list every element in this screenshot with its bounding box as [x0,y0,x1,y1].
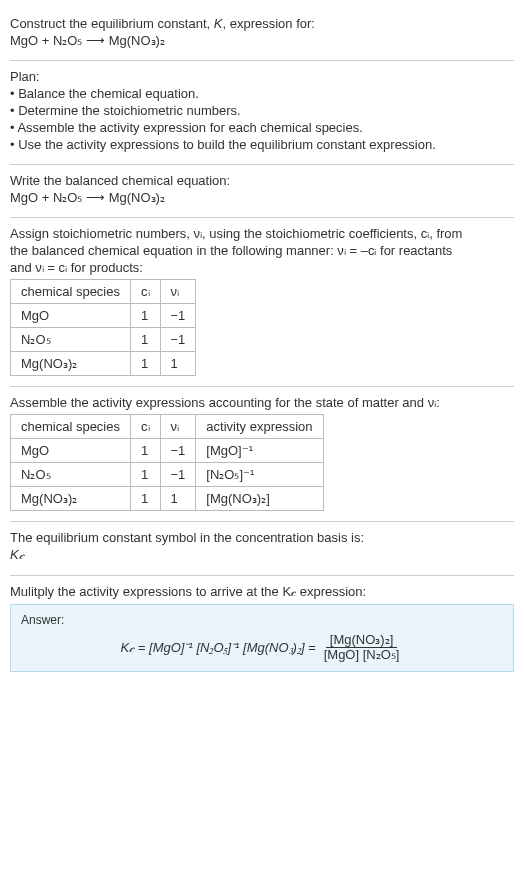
cell-species: N₂O₅ [11,463,131,487]
multiply-intro: Mulitply the activity expressions to arr… [10,584,514,600]
stoich-intro-2: the balanced chemical equation in the fo… [10,243,514,258]
cell-species: Mg(NO₃)₂ [11,352,131,376]
symbol-intro: The equilibrium constant symbol in the c… [10,530,514,545]
cell-vi: −1 [160,439,196,463]
activity-section: Assemble the activity expressions accoun… [10,387,514,522]
table-header-row: chemical species cᵢ νᵢ [11,280,196,304]
table-row: Mg(NO₃)₂ 1 1 [11,352,196,376]
cell-vi: 1 [160,352,196,376]
answer-fraction: [Mg(NO₃)₂] [MgO] [N₂O₅] [320,633,404,663]
cell-expr: [MgO]⁻¹ [196,439,323,463]
balanced-section: Write the balanced chemical equation: Mg… [10,165,514,218]
cell-ci: 1 [131,328,161,352]
prompt-section: Construct the equilibrium constant, K, e… [10,8,514,61]
table-row: MgO 1 −1 [MgO]⁻¹ [11,439,324,463]
multiply-section: Mulitply the activity expressions to arr… [10,576,514,682]
col-vi: νᵢ [160,415,196,439]
cell-species: N₂O₅ [11,328,131,352]
plan-item-0: • Balance the chemical equation. [10,86,514,101]
cell-ci: 1 [131,352,161,376]
stoich-table: chemical species cᵢ νᵢ MgO 1 −1 N₂O₅ 1 −… [10,279,196,376]
prompt-equation: MgO + N₂O₅ ⟶ Mg(NO₃)₂ [10,33,514,48]
col-vi: νᵢ [160,280,196,304]
cell-vi: −1 [160,304,196,328]
plan-item-1: • Determine the stoichiometric numbers. [10,103,514,118]
symbol-value: K𝒸 [10,547,514,563]
cell-species: Mg(NO₃)₂ [11,487,131,511]
activity-intro: Assemble the activity expressions accoun… [10,395,514,410]
cell-vi: −1 [160,463,196,487]
plan-heading: Plan: [10,69,514,84]
stoich-section: Assign stoichiometric numbers, νᵢ, using… [10,218,514,387]
activity-table: chemical species cᵢ νᵢ activity expressi… [10,414,324,511]
table-header-row: chemical species cᵢ νᵢ activity expressi… [11,415,324,439]
balanced-equation: MgO + N₂O₅ ⟶ Mg(NO₃)₂ [10,190,514,205]
plan-item-3: • Use the activity expressions to build … [10,137,514,152]
answer-label: Answer: [21,613,503,627]
cell-expr: [Mg(NO₃)₂] [196,487,323,511]
plan-section: Plan: • Balance the chemical equation. •… [10,61,514,165]
cell-vi: 1 [160,487,196,511]
answer-box: Answer: K𝒸 = [MgO]⁻¹ [N₂O₅]⁻¹ [Mg(NO₃)₂]… [10,604,514,672]
col-species: chemical species [11,415,131,439]
col-ci: cᵢ [131,280,161,304]
fraction-numerator: [Mg(NO₃)₂] [326,633,397,648]
prompt-text: Construct the equilibrium constant, K, e… [10,16,514,31]
cell-expr: [N₂O₅]⁻¹ [196,463,323,487]
answer-expression: K𝒸 = [MgO]⁻¹ [N₂O₅]⁻¹ [Mg(NO₃)₂] = [Mg(N… [21,633,503,663]
answer-lhs: K𝒸 = [MgO]⁻¹ [N₂O₅]⁻¹ [Mg(NO₃)₂] = [121,640,316,656]
table-row: Mg(NO₃)₂ 1 1 [Mg(NO₃)₂] [11,487,324,511]
cell-ci: 1 [131,439,161,463]
cell-vi: −1 [160,328,196,352]
cell-species: MgO [11,439,131,463]
col-species: chemical species [11,280,131,304]
table-row: N₂O₅ 1 −1 [11,328,196,352]
col-expr: activity expression [196,415,323,439]
plan-item-2: • Assemble the activity expression for e… [10,120,514,135]
cell-species: MgO [11,304,131,328]
cell-ci: 1 [131,487,161,511]
table-row: N₂O₅ 1 −1 [N₂O₅]⁻¹ [11,463,324,487]
symbol-section: The equilibrium constant symbol in the c… [10,522,514,576]
col-ci: cᵢ [131,415,161,439]
stoich-intro-1: Assign stoichiometric numbers, νᵢ, using… [10,226,514,241]
cell-ci: 1 [131,463,161,487]
fraction-denominator: [MgO] [N₂O₅] [320,648,404,662]
balanced-heading: Write the balanced chemical equation: [10,173,514,188]
table-row: MgO 1 −1 [11,304,196,328]
cell-ci: 1 [131,304,161,328]
stoich-intro-3: and νᵢ = cᵢ for products: [10,260,514,275]
